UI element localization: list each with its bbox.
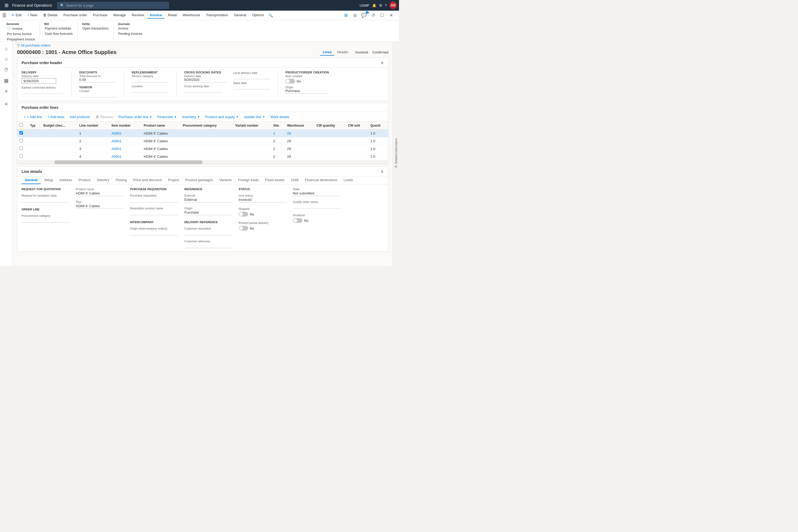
cash-flow-btn[interactable]: Cash flow forecasts — [43, 32, 74, 36]
ld-tab-financial-dim[interactable]: Financial dimensions — [302, 176, 340, 184]
notifications-icon[interactable]: 💬 1 — [360, 12, 367, 19]
update-line-dropdown[interactable]: Update line ▼ — [242, 114, 267, 120]
ld-tab-packages[interactable]: Product packages — [182, 176, 216, 184]
close-icon[interactable]: ✕ — [387, 12, 395, 19]
tab-retail[interactable]: Retail — [165, 12, 179, 19]
local-del-label: Local delivery date — [233, 71, 270, 75]
add-lines-btn[interactable]: + Add lines — [45, 114, 66, 120]
row-check[interactable] — [17, 153, 28, 160]
row-item[interactable]: A0001 — [109, 145, 141, 153]
tab-purchase-order[interactable]: Purchase order — [61, 12, 90, 19]
line-details-toggle[interactable]: Line details ∧ — [17, 167, 388, 176]
row-line: 1 — [77, 130, 109, 137]
pending-invoices-btn[interactable]: Pending invoices — [117, 32, 144, 36]
ld-tab-variants[interactable]: Variants — [216, 176, 235, 184]
page-tab-lines[interactable]: Lines — [320, 49, 334, 56]
ld-tab-price[interactable]: Price and discount — [130, 176, 165, 184]
search-input[interactable] — [66, 3, 166, 7]
tab-purchase[interactable]: Purchase — [90, 12, 110, 19]
row-qty: 1.0 — [368, 130, 388, 137]
tab-edit[interactable]: ✏ Edit — [9, 12, 24, 19]
ld-tab-setup[interactable]: Setup — [41, 176, 56, 184]
row-item[interactable]: A0001 — [109, 153, 141, 160]
ld-tab-loads[interactable]: Loads — [341, 176, 356, 184]
tab-invoice[interactable]: Invoice — [147, 12, 165, 19]
related-info-panel[interactable]: Related information < — [393, 42, 399, 266]
help-icon[interactable]: ? — [385, 3, 387, 7]
tab-new[interactable]: + New — [25, 12, 40, 19]
avatar[interactable]: AD — [390, 2, 397, 9]
po-lines-toggle[interactable]: Purchase order lines — [17, 103, 388, 112]
top-right-actions: USMF 🔔 ⚙ ? AD — [360, 2, 397, 9]
copy-icon[interactable]: ⧉ — [351, 12, 359, 19]
tab-warehouse[interactable]: Warehouse — [180, 12, 203, 19]
nav-filter[interactable]: ≡ — [2, 99, 11, 109]
remove-btn[interactable]: 🗑 Remove — [93, 114, 115, 120]
payment-schedule-btn[interactable]: Payment schedule — [43, 26, 74, 31]
ld-tab-general[interactable]: General — [22, 176, 41, 184]
stopped-toggle[interactable] — [239, 212, 248, 216]
breadcrumb-link[interactable]: All purchase orders — [21, 43, 51, 48]
nav-grid[interactable]: ▦ — [2, 76, 11, 86]
nav-clock[interactable]: ⏱ — [2, 65, 11, 75]
horizontal-scrollbar[interactable] — [17, 160, 388, 164]
ld-tab-product[interactable]: Product — [75, 176, 94, 184]
po-header-toggle[interactable]: Purchase order header ∧ — [17, 58, 388, 68]
prepayment-btn[interactable]: Prepayment invoice — [5, 37, 36, 41]
row-check[interactable] — [17, 130, 28, 137]
ld-tab-foreign[interactable]: Foreign trade — [235, 176, 262, 184]
table-row[interactable]: 3 A0001 HDMI 6' Cables 2 29 1.0 — [17, 145, 388, 153]
search-ribbon-icon[interactable]: 🔍 — [268, 13, 273, 18]
ld-tab-picking[interactable]: Picking — [113, 176, 130, 184]
inventory-dropdown[interactable]: Inventory ▼ — [180, 114, 202, 120]
search-bar[interactable]: 🔍 — [57, 2, 169, 9]
apps-button[interactable]: ⊞ — [2, 2, 11, 8]
page-tab-header[interactable]: Header — [334, 49, 351, 56]
finalized-toggle[interactable] — [293, 218, 302, 223]
purchase-order-line-dropdown[interactable]: Purchase order line ▼ — [116, 114, 154, 120]
notification-icon[interactable]: 🔔 — [372, 3, 376, 7]
journals-invoice-btn[interactable]: Invoice — [117, 26, 144, 31]
select-all-checkbox[interactable] — [19, 124, 23, 127]
add-line-btn[interactable]: + + Add line — [22, 114, 44, 120]
financials-dropdown[interactable]: Financials ▼ — [155, 114, 179, 120]
work-details-btn[interactable]: Work details — [268, 114, 291, 120]
table-row[interactable]: 2 A0001 HDMI 6' Cables 2 29 1.0 — [17, 137, 388, 145]
tab-delete[interactable]: 🗑 Delete — [40, 12, 60, 19]
auto-created-toggle[interactable] — [285, 79, 295, 83]
tab-manage[interactable]: Manage — [111, 12, 129, 19]
filter-icon[interactable]: ▽ — [17, 43, 20, 48]
row-check[interactable] — [17, 145, 28, 153]
prevent-toggle[interactable] — [239, 226, 248, 231]
add-products-btn[interactable]: Add products — [68, 114, 92, 120]
earliest-delivery-label: Earliest confirmed delivery — [22, 86, 64, 89]
row-item[interactable]: A0001 — [109, 130, 141, 137]
row-check[interactable] — [17, 137, 28, 145]
row-item[interactable]: A0001 — [109, 137, 141, 145]
tab-receive[interactable]: Receive — [129, 12, 147, 19]
tab-general[interactable]: General — [231, 12, 249, 19]
pin-icon[interactable]: ⊞ — [342, 12, 349, 19]
back-icon[interactable]: ☐ — [378, 12, 386, 19]
tab-transportation[interactable]: Transportation — [203, 12, 231, 19]
hamburger-icon[interactable]: ☰ — [2, 13, 6, 18]
open-transactions-btn[interactable]: Open transactions — [81, 26, 110, 31]
tab-options[interactable]: Options — [249, 12, 267, 19]
nav-star[interactable]: ☆ — [2, 55, 11, 64]
settings-icon[interactable]: ⚙ — [379, 3, 382, 7]
ld-tab-project[interactable]: Project — [165, 176, 182, 184]
ld-tab-delivery[interactable]: Delivery — [94, 176, 113, 184]
product-supply-dropdown[interactable]: Product and supply ▼ — [203, 114, 241, 120]
table-row[interactable]: 4 A0001 HDMI 6' Cables 2 29 1.0 — [17, 153, 388, 160]
table-row[interactable]: 1 A0001 HDMI 6' Cables 2 29 1.0 — [17, 130, 388, 137]
pro-forma-btn[interactable]: Pro forma invoice — [5, 32, 36, 36]
cross-date-label: Delivery date — [184, 75, 227, 78]
ld-tab-1099[interactable]: 1099 — [288, 176, 302, 184]
ld-tab-address[interactable]: Address — [56, 176, 75, 184]
ld-tab-fixed[interactable]: Fixed assets — [262, 176, 288, 184]
refresh-icon[interactable]: ↺ — [369, 12, 377, 19]
generate-invoice-btn[interactable]: 📄Invoice — [5, 26, 36, 31]
nav-home[interactable]: ⌂ — [2, 44, 11, 54]
delivery-date-input[interactable] — [22, 78, 56, 84]
nav-list[interactable]: ≡ — [2, 87, 11, 96]
